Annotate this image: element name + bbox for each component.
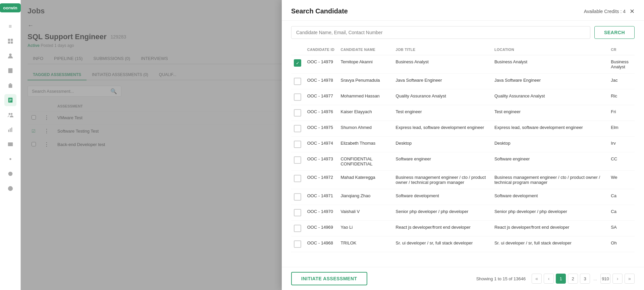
candidate-location: Test engineer <box>492 105 608 121</box>
help-icon[interactable]: ? <box>4 183 16 195</box>
pagination-first[interactable]: « <box>532 274 542 284</box>
candidate-cr: Fri <box>608 105 635 121</box>
candidates-table: CANDIDATE ID CANDIDATE NAME JOB TITLE LO… <box>291 44 635 252</box>
dashboard-icon[interactable] <box>4 35 16 47</box>
pagination-prev[interactable]: ‹ <box>544 274 554 284</box>
modal-header: Search Candidate Available Credits : 4 ✕ <box>282 0 644 21</box>
candidate-checkbox-unchecked[interactable] <box>294 225 301 232</box>
candidate-cr: Oh <box>608 236 635 252</box>
svg-rect-2 <box>8 42 10 44</box>
candidate-location: Software engineer <box>492 152 608 171</box>
candidate-checkbox-unchecked[interactable] <box>294 156 301 164</box>
pagination-page-2[interactable]: 2 <box>568 274 578 284</box>
contacts-icon[interactable] <box>4 65 16 77</box>
modal-credits-row: Available Credits : 4 ✕ <box>584 8 635 14</box>
candidate-name: Vaishali V <box>338 205 393 221</box>
table-row: OOC - 14969Yao LiReact js developer/fron… <box>291 221 635 236</box>
candidate-location: Java Software Engineer <box>492 74 608 89</box>
candidate-search-input[interactable] <box>291 26 590 39</box>
svg-rect-16 <box>8 130 9 132</box>
th-candidate-id: CANDIDATE ID <box>305 44 338 55</box>
candidate-location: React js developer/front end developer <box>492 221 608 236</box>
candidate-checkbox-unchecked[interactable] <box>294 209 301 216</box>
pagination-info: Showing 1 to 15 of 13646 <box>476 276 526 281</box>
candidate-cr: We <box>608 171 635 189</box>
candidate-location: Sr. ui developer / sr, full stack develo… <box>492 236 608 252</box>
pagination-next[interactable]: › <box>612 274 623 284</box>
candidate-id: OOC - 14978 <box>305 74 338 89</box>
available-credits-label: Available Credits : 4 <box>584 9 626 14</box>
candidate-name: CONFIDENTIAL CONFIDENTIAL <box>338 152 393 171</box>
candidate-location: Express lead, software development engin… <box>492 121 608 137</box>
candidate-checkbox-checked[interactable]: ✓ <box>294 59 301 67</box>
candidate-location: Business Analyst <box>492 55 608 74</box>
people-icon[interactable] <box>4 109 16 121</box>
search-button[interactable]: SEARCH <box>594 26 635 39</box>
pagination-last[interactable]: » <box>625 274 635 284</box>
candidate-location: Desktop <box>492 137 608 152</box>
th-location: LOCATION <box>492 44 608 55</box>
candidate-name: Temitope Akanni <box>338 55 393 74</box>
candidates-table-wrap: CANDIDATE ID CANDIDATE NAME JOB TITLE LO… <box>282 44 644 267</box>
candidate-name: Yao Li <box>338 221 393 236</box>
candidate-job-title: Business Analyst <box>393 55 492 74</box>
th-job-title: JOB TITLE <box>393 44 492 55</box>
candidate-job-title: Software development <box>393 189 492 205</box>
candidate-cr: CC <box>608 152 635 171</box>
candidate-checkbox-unchecked[interactable] <box>294 109 301 117</box>
logo[interactable]: oorwin <box>0 3 21 12</box>
main-content: Jobs ← SQL Support Engineer 129283 Activ… <box>21 0 644 290</box>
svg-rect-17 <box>10 128 11 132</box>
candidate-id: OOC - 14977 <box>305 89 338 105</box>
candidate-id: OOC - 14979 <box>305 55 338 74</box>
candidate-location: Business management engineer / cto / pro… <box>492 171 608 189</box>
candidate-checkbox-unchecked[interactable] <box>294 193 301 201</box>
candidate-checkbox-unchecked[interactable] <box>294 141 301 148</box>
candidate-job-title: React js developer/front end developer <box>393 221 492 236</box>
modal-overlay: Search Candidate Available Credits : 4 ✕… <box>21 0 644 290</box>
candidate-job-title: Java Software Engineer <box>393 74 492 89</box>
table-row: OOC - 14978Sravya PenumadulaJava Softwar… <box>291 74 635 89</box>
svg-rect-9 <box>8 84 12 88</box>
pagination-page-3[interactable]: 3 <box>580 274 590 284</box>
close-button[interactable]: ✕ <box>630 8 635 14</box>
th-candidate-name: CANDIDATE NAME <box>338 44 393 55</box>
table-row: OOC - 14971Jianqiang ZhaoSoftware develo… <box>291 189 635 205</box>
jobs-icon[interactable] <box>4 79 16 91</box>
candidate-id: OOC - 14969 <box>305 221 338 236</box>
pagination-ellipsis: ... <box>592 276 598 281</box>
svg-rect-0 <box>8 39 10 41</box>
candidate-id: OOC - 14975 <box>305 121 338 137</box>
candidate-checkbox-unchecked[interactable] <box>294 78 301 85</box>
candidate-checkbox-unchecked[interactable] <box>294 93 301 101</box>
candidate-location: Software development <box>492 189 608 205</box>
settings-icon[interactable] <box>4 153 16 165</box>
modal-footer: INITIATE ASSESSMENT Showing 1 to 15 of 1… <box>282 267 644 290</box>
candidate-cr: Ca <box>608 205 635 221</box>
candidate-checkbox-unchecked[interactable] <box>294 175 301 182</box>
pagination: Showing 1 to 15 of 13646 « ‹ 1 2 3 ... 9… <box>476 274 635 284</box>
candidates-icon[interactable] <box>4 50 16 62</box>
candidate-id: OOC - 14968 <box>305 236 338 252</box>
reports-icon[interactable] <box>4 124 16 136</box>
candidate-job-title: Desktop <box>393 137 492 152</box>
candidate-cr: Ric <box>608 89 635 105</box>
modal-search-row: SEARCH <box>282 21 644 44</box>
initiate-assessment-button[interactable]: INITIATE ASSESSMENT <box>291 272 367 285</box>
support-icon[interactable] <box>4 168 16 180</box>
candidate-name: Mahad Kateregga <box>338 171 393 189</box>
table-row: OOC - 14973CONFIDENTIAL CONFIDENTIALSoft… <box>291 152 635 171</box>
svg-rect-1 <box>10 39 12 41</box>
assessments-icon[interactable] <box>4 94 16 106</box>
candidate-name: Mohammed Hassan <box>338 89 393 105</box>
pagination-page-1[interactable]: 1 <box>556 274 566 284</box>
svg-point-22 <box>10 175 10 176</box>
pagination-page-910[interactable]: 910 <box>600 274 610 284</box>
menu-icon[interactable]: ≡ <box>4 20 16 32</box>
candidate-checkbox-unchecked[interactable] <box>294 240 301 248</box>
candidate-checkbox-unchecked[interactable] <box>294 125 301 132</box>
mail-icon[interactable] <box>4 138 16 150</box>
candidate-cr: Ca <box>608 189 635 205</box>
sidebar: oorwin ≡ ? <box>0 0 21 290</box>
candidate-cr: Elm <box>608 121 635 137</box>
